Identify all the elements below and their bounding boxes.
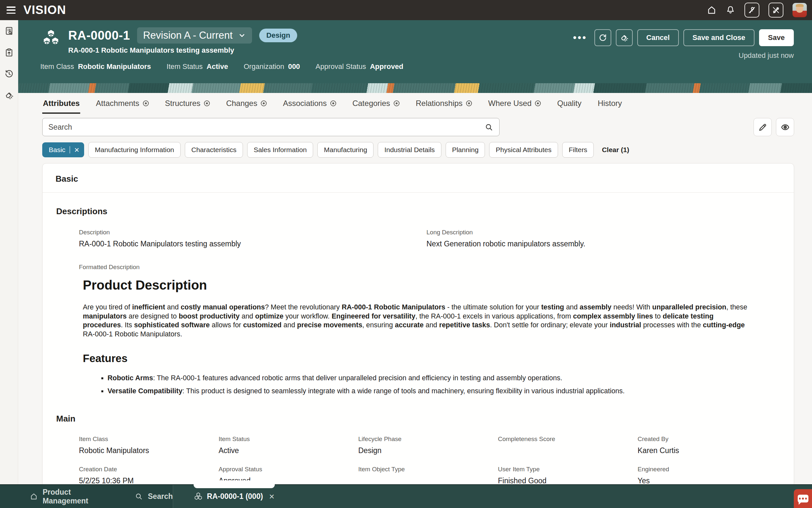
field-long-description: Long Description Next Generation robotic…: [426, 229, 784, 249]
chip-characteristics[interactable]: Characteristics: [185, 142, 243, 158]
item-cubes-icon: [194, 492, 203, 501]
view-eye-button[interactable]: [776, 118, 794, 136]
tab-status-dot-icon: [261, 100, 267, 106]
chip-physical-attributes[interactable]: Physical Attributes: [489, 142, 558, 158]
meta-label: Item Status: [166, 62, 203, 71]
item-search-icon[interactable]: [4, 26, 14, 36]
feature-item: Versatile Compatibility: This product is…: [107, 387, 752, 395]
product-description-paragraph: Are you tired of inefficient and costly …: [83, 303, 752, 339]
brand-logo: VISION: [23, 3, 66, 17]
field-created-by: Created ByKaren Curtis: [637, 435, 777, 455]
view-actions: [754, 118, 794, 136]
field-item-status: Item StatusActive: [219, 435, 358, 455]
tab-attachments[interactable]: Attachments: [95, 95, 149, 114]
history-clock-icon[interactable]: [4, 69, 14, 79]
tab-status-dot-icon: [204, 100, 210, 106]
bottom-taskbar: Product Management Search RA-0000-1 (000…: [0, 484, 812, 508]
save-and-close-button[interactable]: Save and Close: [683, 29, 755, 46]
page: VISION: [0, 0, 812, 508]
features-list: Robotic Arms: The RA-000-1 features adva…: [83, 374, 752, 395]
tab-categories[interactable]: Categories: [352, 95, 400, 114]
field-lifecycle-phase: Lifecycle PhaseDesign: [358, 435, 498, 455]
home-icon[interactable]: [707, 5, 717, 15]
edit-pencil-button[interactable]: [754, 118, 772, 136]
tab-history[interactable]: History: [597, 95, 623, 114]
revision-dropdown[interactable]: Revision A - Current: [137, 27, 252, 44]
user-proxy-disabled-icon[interactable]: [745, 3, 759, 17]
highlight-torch-button[interactable]: [616, 29, 633, 46]
chip-filters[interactable]: Filters: [562, 142, 594, 158]
cut-disabled-icon[interactable]: [768, 3, 783, 17]
refresh-button[interactable]: [594, 29, 611, 46]
tab-changes[interactable]: Changes: [226, 95, 267, 114]
item-cubes-icon: [41, 28, 61, 48]
search-icon: [485, 123, 493, 132]
tab-bar: Attributes Attachments Structures Change…: [42, 95, 794, 114]
taskbar-search[interactable]: Search: [135, 492, 173, 501]
tab-relationships[interactable]: Relationships: [415, 95, 473, 114]
basic-panel: Basic Descriptions Description RA-000-1 …: [42, 163, 794, 484]
lifecycle-phase-badge: Design: [259, 29, 297, 42]
meta-label: Organization: [244, 62, 284, 71]
tab-associations[interactable]: Associations: [282, 95, 337, 114]
highlight-torch-icon[interactable]: [4, 90, 14, 100]
cancel-button[interactable]: Cancel: [637, 29, 679, 46]
field-item-class: Item ClassRobotic Manipulators: [79, 435, 219, 455]
chip-manufacturing[interactable]: Manufacturing: [317, 142, 374, 158]
tab-status-dot-icon: [535, 100, 541, 106]
field-user-item-type: User Item TypeFinished Good: [498, 466, 637, 484]
remove-chip-icon[interactable]: ×: [75, 146, 79, 153]
search-row: [42, 118, 794, 136]
active-tab-notch: [194, 480, 275, 488]
panel-title: Basic: [52, 172, 784, 193]
tab-structures[interactable]: Structures: [164, 95, 210, 114]
chip-manufacturing-information[interactable]: Manufacturing Information: [88, 142, 181, 158]
formatted-description-content: Product Description Are you tired of ine…: [83, 278, 752, 395]
formatted-description-label: Formatted Description: [79, 264, 784, 271]
field-description: Description RA-000-1 Robotic Manipulator…: [79, 229, 426, 249]
save-button[interactable]: Save: [759, 29, 794, 46]
upload-clipboard-icon[interactable]: [4, 47, 14, 57]
attribute-search-box[interactable]: [42, 118, 499, 136]
meta-label: Approval Status: [316, 62, 366, 71]
user-avatar[interactable]: [793, 3, 807, 17]
field-engineered: EngineeredYes: [637, 466, 777, 484]
tab-quality[interactable]: Quality: [556, 95, 582, 114]
chevron-down-icon: [238, 31, 246, 40]
field-completeness-score: Completeness Score: [498, 435, 637, 455]
search-input[interactable]: [48, 123, 485, 132]
chip-planning[interactable]: Planning: [446, 142, 485, 158]
clear-filters-link[interactable]: Clear (1): [602, 146, 629, 154]
topbar: VISION: [0, 0, 812, 20]
field-item-object-type: Item Object Type: [358, 466, 498, 484]
notifications-bell-icon[interactable]: [726, 5, 735, 15]
tab-where-used[interactable]: Where Used: [487, 95, 541, 114]
overflow-menu-button[interactable]: •••: [573, 32, 587, 43]
section-heading: Main: [52, 414, 784, 424]
taskbar-home-product-management[interactable]: Product Management: [30, 488, 116, 505]
meta-label: Item Class: [40, 62, 74, 71]
taskbar-open-item-tab[interactable]: RA-0000-1 (000) ×: [194, 492, 275, 502]
product-description-heading: Product Description: [83, 278, 752, 293]
home-icon: [30, 493, 38, 501]
tab-status-dot-icon: [466, 100, 472, 106]
close-tab-icon[interactable]: ×: [269, 492, 275, 502]
hamburger-menu-icon[interactable]: [6, 6, 15, 14]
revision-label: Revision A - Current: [143, 30, 233, 41]
chip-basic-selected[interactable]: Basic ×: [42, 142, 84, 157]
chat-bubble-icon: [798, 495, 808, 503]
taskbar-left-section: Product Management Search: [0, 485, 173, 508]
section-heading: Descriptions: [52, 206, 784, 216]
header-actions: ••• Cancel Save and Close Save: [573, 29, 794, 46]
search-icon: [135, 493, 143, 501]
chip-sales-information[interactable]: Sales Information: [247, 142, 313, 158]
tab-status-dot-icon: [330, 100, 336, 106]
tab-status-dot-icon: [394, 100, 399, 106]
feedback-chat-button[interactable]: [794, 489, 812, 508]
main-section: Main Item ClassRobotic Manipulators Item…: [52, 414, 784, 484]
item-header: RA-0000-1 Revision A - Current Design RA…: [18, 20, 812, 83]
meta-value: Approved: [370, 62, 403, 71]
chip-industrial-details[interactable]: Industrial Details: [378, 142, 441, 158]
tab-status-dot-icon: [143, 100, 149, 106]
tab-attributes[interactable]: Attributes: [42, 95, 80, 114]
